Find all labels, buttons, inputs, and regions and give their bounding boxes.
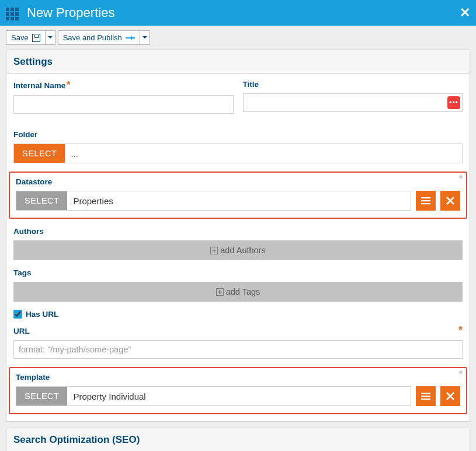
save-button[interactable]: Save bbox=[6, 30, 46, 45]
has-url-label: Has URL bbox=[26, 310, 58, 319]
caret-down-icon bbox=[143, 36, 147, 41]
tags-label: Tags bbox=[13, 268, 463, 277]
datastore-clear-button[interactable] bbox=[440, 191, 460, 211]
folder-select-button[interactable]: SELECT bbox=[14, 144, 65, 163]
template-section: Template SELECT Property Individual bbox=[9, 367, 467, 414]
apps-grid-icon[interactable] bbox=[6, 8, 20, 18]
window-header: New Properties ✕ bbox=[0, 0, 476, 26]
svg-rect-5 bbox=[421, 398, 430, 400]
menu-icon bbox=[421, 391, 430, 401]
template-select-button[interactable]: SELECT bbox=[16, 387, 67, 405]
arrow-right-icon bbox=[126, 37, 135, 39]
settings-panel: Settings Internal Name* Title ••• Folder bbox=[6, 50, 470, 422]
save-publish-label: Save and Publish bbox=[63, 33, 122, 42]
title-more-button[interactable]: ••• bbox=[447, 96, 460, 109]
add-authors-button[interactable]: add Authors bbox=[13, 240, 463, 260]
add-tags-button[interactable]: add Tags bbox=[13, 282, 463, 302]
save-icon bbox=[32, 34, 40, 42]
template-value: Property Individual bbox=[67, 387, 411, 405]
save-publish-dropdown[interactable] bbox=[140, 30, 150, 45]
close-icon bbox=[446, 391, 455, 401]
svg-rect-3 bbox=[421, 393, 430, 394]
datastore-value: Properties bbox=[67, 191, 411, 210]
folder-label: Folder bbox=[13, 130, 463, 139]
svg-rect-4 bbox=[421, 396, 430, 397]
authors-label: Authors bbox=[13, 227, 463, 236]
add-authors-text: add Authors bbox=[220, 246, 265, 255]
template-clear-button[interactable] bbox=[440, 386, 460, 406]
svg-rect-2 bbox=[421, 203, 430, 204]
datastore-section: Datastore SELECT Properties bbox=[9, 172, 467, 219]
save-dropdown[interactable] bbox=[46, 30, 55, 45]
seo-panel: Search Optimization (SEO) bbox=[6, 428, 470, 451]
datastore-label: Datastore bbox=[16, 177, 460, 186]
template-menu-button[interactable] bbox=[416, 386, 436, 406]
add-tags-text: add Tags bbox=[226, 287, 260, 296]
seo-header: Search Optimization (SEO) bbox=[6, 428, 470, 451]
ellipsis-icon: ••• bbox=[449, 99, 458, 107]
svg-rect-0 bbox=[421, 197, 430, 198]
template-label: Template bbox=[16, 373, 460, 382]
svg-rect-1 bbox=[421, 200, 430, 201]
close-icon[interactable]: ✕ bbox=[460, 5, 470, 20]
title-label: Title bbox=[243, 80, 463, 89]
required-marker: * bbox=[458, 324, 463, 337]
url-label: URL bbox=[13, 327, 463, 335]
close-icon bbox=[446, 196, 455, 205]
corner-dot-icon bbox=[459, 370, 463, 374]
datastore-picker[interactable]: SELECT Properties bbox=[16, 191, 411, 211]
menu-icon bbox=[421, 196, 430, 205]
folder-value: ... bbox=[65, 144, 462, 163]
corner-dot-icon bbox=[459, 175, 463, 179]
plus-icon bbox=[210, 247, 218, 254]
folder-picker[interactable]: SELECT ... bbox=[13, 144, 463, 163]
toolbar: Save Save and Publish bbox=[0, 26, 476, 50]
save-label: Save bbox=[11, 33, 29, 42]
template-picker[interactable]: SELECT Property Individual bbox=[16, 386, 411, 406]
plus-icon bbox=[216, 288, 224, 296]
internal-name-label: Internal Name* bbox=[13, 80, 234, 90]
has-url-checkbox[interactable] bbox=[13, 310, 22, 319]
internal-name-input[interactable] bbox=[13, 95, 234, 114]
save-publish-button[interactable]: Save and Publish bbox=[58, 30, 140, 45]
url-input[interactable] bbox=[13, 340, 463, 359]
window-title: New Properties bbox=[27, 5, 460, 20]
datastore-select-button[interactable]: SELECT bbox=[16, 191, 67, 210]
settings-header: Settings bbox=[6, 50, 470, 74]
datastore-menu-button[interactable] bbox=[416, 191, 436, 211]
title-input[interactable] bbox=[243, 93, 463, 112]
caret-down-icon bbox=[48, 36, 53, 41]
